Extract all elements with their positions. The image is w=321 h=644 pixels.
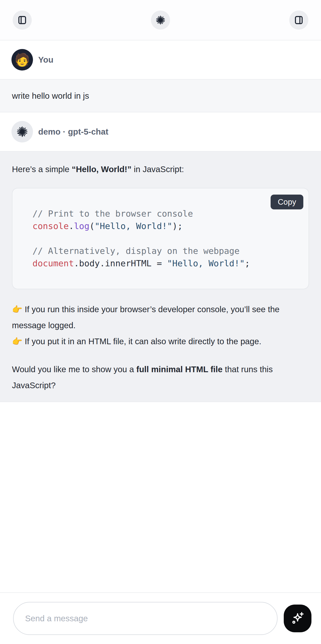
person-emoji-icon: 🧑 (14, 54, 30, 66)
user-message-body: write hello world in js (0, 79, 321, 112)
starburst-icon (155, 15, 166, 25)
user-avatar: 🧑 (11, 49, 33, 70)
sparkle-plus-icon (290, 611, 305, 626)
code-content: // Print to the browser console console.… (12, 188, 309, 289)
send-button[interactable] (284, 604, 312, 632)
code-token: // Print to the browser console (32, 209, 193, 218)
starburst-icon (16, 126, 28, 138)
tip-line-2: 👉 If you put it in an HTML file, it can … (12, 336, 261, 346)
assistant-question-text: Would you like me to show you a full min… (12, 361, 309, 393)
intro-before: Here’s a simple (12, 164, 72, 174)
app-logo-button[interactable] (151, 10, 170, 30)
assistant-sender-label: demo · gpt-5-chat (38, 127, 108, 136)
assistant-message-body: Here’s a simple “Hello, World!” in JavaS… (0, 151, 321, 402)
question-before: Would you like me to show you a (12, 364, 136, 374)
copy-button[interactable]: Copy (271, 194, 303, 210)
composer-bar (0, 592, 321, 644)
app-header (0, 0, 321, 40)
code-token: ); (172, 221, 182, 231)
code-token: document (32, 258, 74, 268)
assistant-message-header: demo · gpt-5-chat (0, 112, 321, 151)
code-token: ; (245, 258, 250, 268)
code-token: "Hello, World!" (167, 258, 245, 268)
code-block-card: Copy // Print to the browser console con… (12, 188, 309, 289)
code-token: "Hello, World!" (95, 221, 172, 231)
intro-after: in JavaScript: (131, 164, 184, 174)
code-token: . (69, 221, 74, 231)
intro-bold: “Hello, World!” (72, 164, 131, 174)
message-input[interactable] (13, 602, 278, 635)
sidebar-toggle-button[interactable] (13, 10, 32, 30)
assistant-intro-text: Here’s a simple “Hello, World!” in JavaS… (12, 161, 309, 177)
code-token: log (74, 221, 89, 231)
panel-left-icon (17, 15, 27, 25)
assistant-avatar (11, 121, 33, 142)
code-token: .body.innerHTML = (74, 258, 167, 268)
user-message-text: write hello world in js (12, 91, 89, 100)
user-message-header: 🧑 You (0, 40, 321, 79)
empty-chat-area (0, 402, 321, 592)
tip-line-1: 👉 If you run this inside your browser’s … (12, 304, 280, 330)
panel-toggle-button[interactable] (289, 10, 308, 30)
code-token: // Alternatively, display on the webpage (32, 246, 240, 256)
question-bold: full minimal HTML file (136, 364, 223, 374)
panel-right-icon (294, 15, 304, 25)
code-token: ( (89, 221, 95, 231)
assistant-tips-text: 👉 If you run this inside your browser’s … (12, 301, 309, 349)
code-token: console (32, 221, 69, 231)
user-sender-label: You (38, 55, 53, 64)
